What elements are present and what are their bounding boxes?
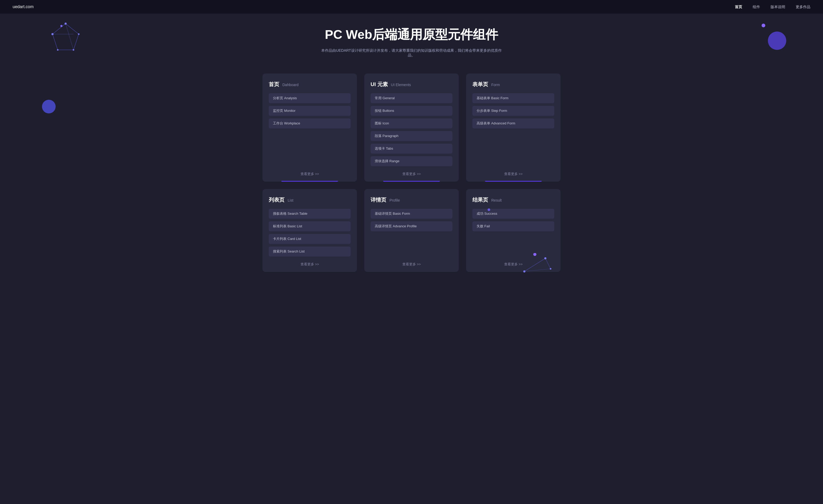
- card-form-footer: 查看更多 >>: [472, 171, 554, 176]
- card-list-header: 列表页 List: [269, 196, 351, 203]
- card-dashboard-header: 首页 Dahboard: [269, 81, 351, 88]
- navbar: uedart.com 首页 组件 版本说明 更多作品: [0, 0, 823, 14]
- card-result: 结果页 Result 成功 Success 失败 Fail 查看更多 >>: [466, 189, 560, 272]
- card-item-general[interactable]: 常用 General: [370, 93, 453, 103]
- card-item-tabs[interactable]: 选项卡 Tabs: [370, 144, 453, 154]
- card-item-step-form[interactable]: 分步表单 Step Form: [472, 106, 554, 116]
- nav-item-home[interactable]: 首页: [735, 4, 742, 9]
- card-item-advance-profile[interactable]: 高级详情页 Advance Profile: [370, 221, 453, 231]
- card-list: 列表页 List 搜叙表格 Search Table 标准列表 Basic Li…: [263, 189, 357, 272]
- card-dashboard-title-en: Dahboard: [282, 83, 299, 87]
- svg-point-6: [57, 49, 58, 51]
- card-profile-more[interactable]: 查看更多 >>: [402, 262, 421, 266]
- card-item-card-list[interactable]: 卡片列表 Card List: [269, 234, 351, 244]
- card-profile-header: 详情页 Profile: [370, 196, 453, 203]
- card-ui-elements: UI 元素 UI Elements 常用 General 按钮 Buttons …: [364, 73, 459, 182]
- card-dashboard-footer: 查看更多 >>: [269, 171, 351, 176]
- card-ui-elements-header: UI 元素 UI Elements: [370, 81, 453, 88]
- card-item-workplace[interactable]: 工作台 Workplace: [269, 118, 351, 128]
- card-item-search-table[interactable]: 搜叙表格 Search Table: [269, 209, 351, 219]
- card-item-advanced-form[interactable]: 高级表单 Advanced Form: [472, 118, 554, 128]
- card-ui-elements-title-en: UI Elements: [391, 83, 411, 87]
- nav-item-more[interactable]: 更多作品: [796, 4, 810, 9]
- card-list-footer: 查看更多 >>: [269, 262, 351, 267]
- card-item-search-list[interactable]: 搜索列表 Search List: [269, 246, 351, 257]
- card-item-fail[interactable]: 失败 Fail: [472, 221, 554, 231]
- svg-point-3: [64, 23, 67, 25]
- card-form-more[interactable]: 查看更多 >>: [504, 172, 523, 176]
- card-dashboard-items: 分析页 Analysis 监控页 Monitor 工作台 Workplace: [269, 93, 351, 166]
- card-ui-elements-items: 常用 General 按钮 Buttons 图标 Icon 段落 Paragra…: [370, 93, 453, 166]
- card-item-icon[interactable]: 图标 Icon: [370, 118, 453, 128]
- card-result-title-cn: 结果页: [472, 196, 488, 203]
- card-form-items: 基础表单 Basic Form 分步表单 Step Form 高级表单 Adva…: [472, 93, 554, 166]
- card-item-analysis[interactable]: 分析页 Analysis: [269, 93, 351, 103]
- card-profile-title-en: Profile: [389, 198, 400, 202]
- card-item-buttons[interactable]: 按钮 Buttons: [370, 106, 453, 116]
- card-list-more[interactable]: 查看更多 >>: [301, 262, 319, 266]
- card-dashboard-more[interactable]: 查看更多 >>: [301, 172, 319, 176]
- nav-logo: uedart.com: [13, 4, 34, 9]
- card-item-monitor[interactable]: 监控页 Monitor: [269, 106, 351, 116]
- card-list-title-en: List: [288, 198, 293, 202]
- card-profile-items: 基础详情页 Basic Form 高级详情页 Advance Profile: [370, 209, 453, 257]
- card-ui-elements-title-cn: UI 元素: [370, 81, 388, 88]
- card-form-title-cn: 表单页: [472, 81, 488, 88]
- card-result-items: 成功 Success 失败 Fail: [472, 209, 554, 257]
- deco-circle-midleft: [42, 100, 56, 114]
- card-form: 表单页 Form 基础表单 Basic Form 分步表单 Step Form …: [466, 73, 560, 182]
- card-result-footer: 查看更多 >>: [472, 262, 554, 267]
- card-result-title-en: Result: [491, 198, 502, 202]
- card-dashboard-title-cn: 首页: [269, 81, 279, 88]
- card-list-items: 搜叙表格 Search Table 标准列表 Basic List 卡片列表 C…: [269, 209, 351, 257]
- deco-dot-result: [488, 208, 490, 211]
- hero-subtitle: 本作品由UEDART设计研究所设计并发布，请大家尊重我们的知识版权和劳动成果，我…: [320, 48, 503, 58]
- card-ui-elements-footer: 查看更多 >>: [370, 171, 453, 176]
- card-item-basic-form[interactable]: 基础表单 Basic Form: [472, 93, 554, 103]
- cards-section: 首页 Dahboard 分析页 Analysis 监控页 Monitor 工作台…: [254, 68, 569, 295]
- nav-item-components[interactable]: 组件: [753, 4, 760, 9]
- card-profile: 详情页 Profile 基础详情页 Basic Form 高级详情页 Advan…: [364, 189, 459, 272]
- nav-links: 首页 组件 版本说明 更多作品: [735, 4, 810, 9]
- deco-circle-topright: [768, 31, 786, 50]
- card-ui-elements-more[interactable]: 查看更多 >>: [402, 172, 421, 176]
- card-item-success[interactable]: 成功 Success: [472, 209, 554, 219]
- nav-item-version[interactable]: 版本说明: [771, 4, 785, 9]
- deco-dot-topright: [762, 24, 765, 27]
- card-profile-footer: 查看更多 >>: [370, 262, 453, 267]
- card-result-more[interactable]: 查看更多 >>: [504, 262, 523, 266]
- svg-point-5: [73, 49, 74, 51]
- card-list-title-cn: 列表页: [269, 196, 285, 203]
- card-profile-title-cn: 详情页: [370, 196, 386, 203]
- hero-title: PC Web后端通用原型元件组件: [0, 26, 823, 43]
- card-form-header: 表单页 Form: [472, 81, 554, 88]
- cards-row-1: 首页 Dahboard 分析页 Analysis 监控页 Monitor 工作台…: [260, 73, 563, 182]
- card-item-basic-profile[interactable]: 基础详情页 Basic Form: [370, 209, 453, 219]
- card-dashboard: 首页 Dahboard 分析页 Analysis 监控页 Monitor 工作台…: [263, 73, 357, 182]
- card-item-basic-list[interactable]: 标准列表 Basic List: [269, 221, 351, 231]
- card-item-paragraph[interactable]: 段落 Paragraph: [370, 131, 453, 141]
- card-form-title-en: Form: [491, 83, 500, 87]
- card-result-header: 结果页 Result: [472, 196, 554, 203]
- card-item-range[interactable]: 滑块选择 Range: [370, 156, 453, 166]
- cards-row-2: 列表页 List 搜叙表格 Search Table 标准列表 Basic Li…: [260, 189, 563, 272]
- deco-dot-topleft: [60, 25, 62, 27]
